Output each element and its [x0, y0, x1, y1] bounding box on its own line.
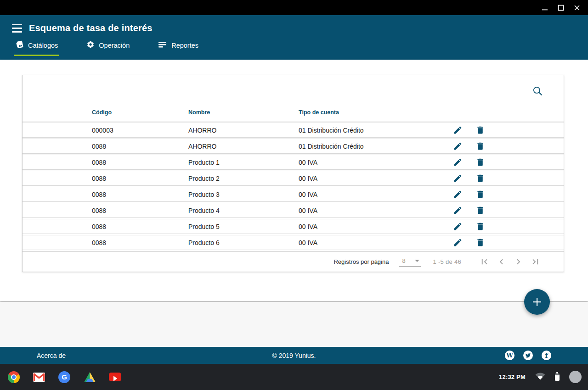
cell-codigo: 0088: [92, 159, 188, 166]
delete-button[interactable]: [475, 157, 486, 168]
edit-icon: [453, 157, 463, 167]
row-actions: [452, 221, 486, 232]
search-button[interactable]: [531, 85, 543, 97]
about-link[interactable]: Acerca de: [37, 352, 66, 359]
edit-icon: [453, 238, 463, 247]
table-card: Código Nombre Tipo de cuenta 000003 AHOR…: [22, 75, 564, 272]
table-row: 0088 Producto 3 00 IVA: [23, 187, 564, 202]
facebook-icon[interactable]: f: [542, 351, 551, 360]
twitter-icon[interactable]: [523, 351, 533, 360]
page-size-value: 8: [402, 257, 405, 264]
gmail-icon[interactable]: [33, 371, 45, 383]
tab-label: Reportes: [171, 42, 198, 49]
cell-tipo: 00 IVA: [299, 175, 452, 182]
delete-button[interactable]: [475, 221, 486, 232]
shelf: G 12:32 PM: [0, 364, 588, 390]
battery-icon[interactable]: [555, 373, 560, 381]
social-links: W f: [505, 351, 551, 360]
cell-codigo: 0088: [92, 239, 188, 246]
edit-icon: [453, 125, 463, 135]
drive-icon[interactable]: [84, 371, 96, 383]
clock[interactable]: 12:32 PM: [499, 373, 526, 380]
catalog-icon: [15, 40, 24, 50]
page-size-select[interactable]: 8: [399, 257, 421, 267]
shelf-status-area[interactable]: 12:32 PM: [499, 371, 582, 383]
per-page-label: Registros por página: [334, 258, 389, 265]
plus-icon: [531, 296, 543, 307]
delete-icon: [475, 141, 485, 151]
row-actions: [452, 237, 486, 248]
add-button[interactable]: [524, 289, 550, 315]
cell-nombre: AHORRO: [188, 127, 299, 134]
cell-codigo: 0088: [92, 207, 188, 214]
delete-button[interactable]: [475, 141, 486, 152]
cell-tipo: 00 IVA: [299, 207, 452, 214]
row-actions: [452, 141, 486, 152]
next-page-icon: [513, 256, 524, 267]
edit-icon: [453, 173, 463, 183]
column-header-nombre: Nombre: [188, 109, 299, 116]
delete-icon: [475, 206, 485, 215]
table-row: 000003 AHORRO 01 Distribución Crédito: [23, 123, 564, 138]
table-row: 0088 Producto 5 00 IVA: [23, 219, 564, 234]
delete-icon: [475, 238, 485, 247]
search-icon: [532, 85, 543, 97]
gear-icon: [86, 40, 95, 50]
pager-nav: [479, 256, 541, 267]
maximize-button[interactable]: [557, 4, 565, 11]
table-header-row: Código Nombre Tipo de cuenta: [23, 103, 564, 122]
wifi-icon[interactable]: [535, 372, 545, 382]
tab-label: Catálogos: [28, 42, 58, 49]
delete-button[interactable]: [475, 125, 486, 136]
cell-nombre: Producto 2: [188, 175, 299, 182]
edit-button[interactable]: [452, 157, 463, 168]
next-page-button[interactable]: [513, 256, 524, 267]
cell-tipo: 00 IVA: [299, 191, 452, 198]
cell-tipo: 00 IVA: [299, 239, 452, 246]
tab-operacion[interactable]: Operación: [85, 39, 130, 56]
cell-codigo: 0088: [92, 175, 188, 182]
cell-nombre: Producto 4: [188, 207, 299, 214]
minimize-button[interactable]: [541, 4, 548, 11]
edit-button[interactable]: [452, 221, 463, 232]
close-button[interactable]: [573, 4, 581, 11]
edit-button[interactable]: [452, 173, 463, 184]
cell-tipo: 00 IVA: [299, 159, 452, 166]
table-row: 0088 Producto 1 00 IVA: [23, 155, 564, 170]
wordpress-icon[interactable]: W: [505, 351, 514, 360]
launcher-grid-icon[interactable]: [135, 373, 144, 382]
tab-reportes[interactable]: Reportes: [157, 39, 199, 56]
edit-button[interactable]: [452, 205, 463, 216]
google-icon[interactable]: G: [58, 371, 70, 383]
maximize-icon: [558, 5, 564, 11]
column-header-tipo: Tipo de cuenta: [299, 109, 564, 116]
youtube-icon[interactable]: [109, 373, 121, 381]
avatar[interactable]: [569, 371, 582, 383]
prev-page-button[interactable]: [496, 256, 507, 267]
last-page-icon: [530, 256, 541, 267]
delete-button[interactable]: [475, 205, 486, 216]
chrome-icon[interactable]: [8, 371, 20, 383]
row-actions: [452, 173, 486, 184]
cell-nombre: Producto 5: [188, 223, 299, 230]
delete-button[interactable]: [475, 237, 486, 248]
main-content: Código Nombre Tipo de cuenta 000003 AHOR…: [0, 60, 588, 301]
cell-tipo: 01 Distribución Crédito: [299, 127, 452, 134]
delete-icon: [475, 189, 485, 199]
tab-catalogos[interactable]: Catálogos: [14, 39, 59, 56]
copyright-text: © 2019 Yunius.: [272, 352, 316, 359]
last-page-button[interactable]: [530, 256, 541, 267]
edit-button[interactable]: [452, 141, 463, 152]
edit-button[interactable]: [452, 189, 463, 200]
row-actions: [452, 157, 486, 168]
column-header-codigo: Código: [92, 109, 188, 116]
edit-button[interactable]: [452, 237, 463, 248]
delete-button[interactable]: [475, 189, 486, 200]
first-page-button[interactable]: [479, 256, 490, 267]
edit-button[interactable]: [452, 125, 463, 136]
menu-button[interactable]: [12, 24, 22, 33]
cell-codigo: 000003: [92, 127, 188, 134]
delete-button[interactable]: [475, 173, 486, 184]
cell-nombre: Producto 3: [188, 191, 299, 198]
edit-icon: [453, 222, 463, 231]
